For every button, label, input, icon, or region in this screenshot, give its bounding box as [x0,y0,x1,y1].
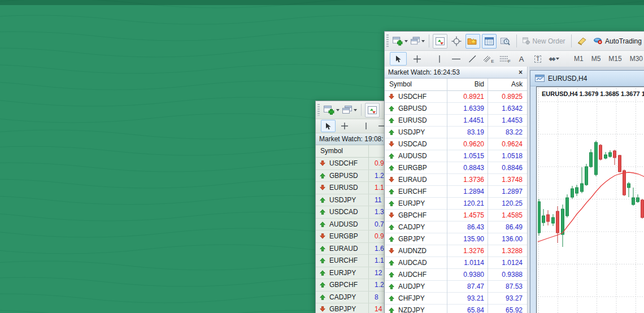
strategy-tester-button[interactable] [498,34,513,49]
market-watch-row-cadjpy[interactable]: CADJPY 8 [316,292,385,304]
market-watch-row-usdjpy[interactable]: USDJPY 83.19 83.22 [385,127,527,138]
market-watch-row-gbpusd[interactable]: GBPUSD 1.6339 1.6342 [385,103,527,115]
up-arrow-icon [389,295,394,301]
market-watch-titlebar[interactable]: Market Watch: 16:24:53 × [385,67,527,79]
symbol-label: USDJPY [398,128,425,136]
vertical-line-tool-button[interactable] [359,120,373,132]
bid-value: 1.2894 [447,188,484,195]
ask-column-header[interactable]: Ask [488,80,523,88]
text-label-letter: T [534,55,541,63]
bid-column-header[interactable]: Bid [447,80,484,88]
symbol-cell: GBPCHF [385,211,427,219]
market-watch-row-usdcad[interactable]: USDCAD 1.3 [316,206,385,219]
toolbar-grip[interactable] [386,34,389,47]
market-watch-row-usdchf[interactable]: USDCHF 0.8921 0.8925 [385,91,527,103]
market-watch-row-usdcad[interactable]: USDCAD 0.9620 0.9624 [385,138,527,150]
favorites-button[interactable] [465,34,480,49]
column-divider [368,243,369,255]
market-watch-row-eurgbp[interactable]: EURGBP 0.9 [316,231,385,243]
toolbar-grip[interactable] [317,104,320,116]
market-watch-row-audusd[interactable]: AUDUSD 1.0515 1.0518 [385,150,527,162]
market-watch-row-gbpjpy[interactable]: GBPJPY 135.90 136.00 [385,233,527,245]
close-icon[interactable]: × [517,68,524,76]
terminal-window[interactable]: New Order AutoTrading [384,31,644,313]
profiles-button[interactable] [342,103,358,118]
market-watch-row-usdchf[interactable]: USDCHF 0.9 [316,158,385,170]
market-watch-row-eurchf[interactable]: EURCHF 1.2894 1.2897 [385,186,527,198]
market-watch-row-eurjpy[interactable]: EURJPY 120.21 120.25 [385,198,527,210]
market-watch-row-gbpusd[interactable]: GBPUSD 1.2 [316,170,385,182]
new-order-button[interactable]: New Order [520,34,568,49]
profiles-button[interactable] [410,34,425,49]
fibonacci-tool-button[interactable]: F [498,52,512,66]
timeframe-m1-button[interactable]: M1 [570,53,588,64]
market-watch-row-audjpy[interactable]: AUDJPY 87.47 87.53 [385,281,527,293]
symbol-column-header[interactable]: Symbol [320,147,343,155]
background-terminal-window[interactable]: Market Watch: 19:08: Symbol USDCHF 0.9 G… [315,101,386,313]
bid-value-partial: 1.1 [375,257,384,264]
dropdown-caret-icon [421,40,425,42]
trendline-tool-button[interactable] [465,52,480,66]
arrows-tool-button[interactable]: ◆◆ [547,52,562,66]
column-divider [368,303,369,313]
market-watch-header[interactable]: Symbol Bid Ask [385,79,527,91]
text-tool-button[interactable]: A [514,52,529,66]
data-window-button[interactable] [482,34,497,49]
market-watch-row-chfjpy[interactable]: CHFJPY 93.21 93.27 [385,293,527,305]
chart-titlebar[interactable]: EURUSD,H4 [530,71,644,86]
back-market-watch-titlebar[interactable]: Market Watch: 19:08: [316,133,385,145]
market-watch-row-audchf[interactable]: AUDCHF 0.9380 0.9388 [385,269,527,281]
market-watch-row-eurgbp[interactable]: EURGBP 0.8843 0.8846 [385,162,527,174]
chart-plot-area[interactable]: EURUSD,H4 1.3679 1.3685 1.3677 1.368 [538,88,644,313]
market-watch-row-usdjpy[interactable]: USDJPY 11 [316,194,385,207]
tile-windows-button[interactable] [433,34,447,49]
vertical-line-tool-button[interactable] [432,52,447,66]
down-arrow-icon [320,160,325,166]
symbol-column-header[interactable]: Symbol [389,80,412,88]
market-watch-row-nzdjpy[interactable]: NZDJPY 65.84 65.92 [385,305,527,313]
crosshair-tool-button[interactable] [408,52,425,66]
timeframe-m15-button[interactable]: M15 [604,53,625,64]
candle [552,218,555,223]
market-watch-row-eurchf[interactable]: EURCHF 1.1 [316,255,385,267]
equidistant-channel-tool-button[interactable]: E [481,52,496,66]
symbol-label: USDCAD [398,140,427,148]
chart-window[interactable]: EURUSD,H4 EURUSD,H4 1.3679 1.3685 1.3677… [530,70,644,313]
market-watch-row-eurusd[interactable]: EURUSD 1.4451 1.4453 [385,115,527,127]
new-chart-button[interactable] [392,34,408,49]
market-watch-row-euraud[interactable]: EURAUD 1.6 [316,243,385,255]
crosshair-tool-button[interactable] [337,120,352,132]
symbol-label: EURGBP [329,232,358,240]
market-watch-row-gbpchf[interactable]: GBPCHF 1.4575 1.4585 [385,210,527,221]
autotrading-label: AutoTrading [605,37,642,45]
chart-shift-button[interactable] [449,34,464,49]
market-watch-row-eurjpy[interactable]: EURJPY 12 [316,267,385,280]
market-watch-row-gbpjpy[interactable]: GBPJPY 14 [316,303,385,313]
back-market-watch-header[interactable]: Symbol [316,145,385,158]
market-watch-row-cadjpy[interactable]: CADJPY 86.43 86.49 [385,221,527,233]
bid-value: 87.47 [447,282,484,290]
metaeditor-button[interactable] [575,34,590,49]
timeframe-m30-button[interactable]: M30 [626,53,644,64]
column-divider [368,170,369,182]
horizontal-line-tool-button[interactable] [449,52,463,66]
autotrading-button[interactable]: AutoTrading [591,34,644,49]
candle [613,151,616,158]
new-chart-button[interactable] [323,103,340,118]
market-watch-row-audusd[interactable]: AUDUSD 0.7 [316,219,385,231]
symbol-label: AUDUSD [398,152,427,160]
market-watch-row-audcad[interactable]: AUDCAD 1.0114 1.0124 [385,257,527,269]
market-watch-row-euraud[interactable]: EURAUD 1.3736 1.3748 [385,174,527,186]
market-watch-row-eurusd[interactable]: EURUSD 1.1 [316,182,385,194]
candle [585,167,588,185]
market-watch-row-audnzd[interactable]: AUDNZD 1.3276 1.3288 [385,245,527,257]
timeframe-m5-button[interactable]: M5 [588,53,605,64]
crosshair-tool-icon [341,122,349,130]
cursor-tool-button[interactable] [321,120,336,132]
tile-windows-button[interactable] [365,103,380,118]
text-label-tool-button[interactable]: T [530,52,545,66]
cursor-tool-button[interactable] [390,52,407,66]
top-shade-band [0,0,644,5]
market-watch-row-gbpchf[interactable]: GBPCHF 1.2 [316,279,385,292]
text-tool-letter: A [519,55,524,63]
